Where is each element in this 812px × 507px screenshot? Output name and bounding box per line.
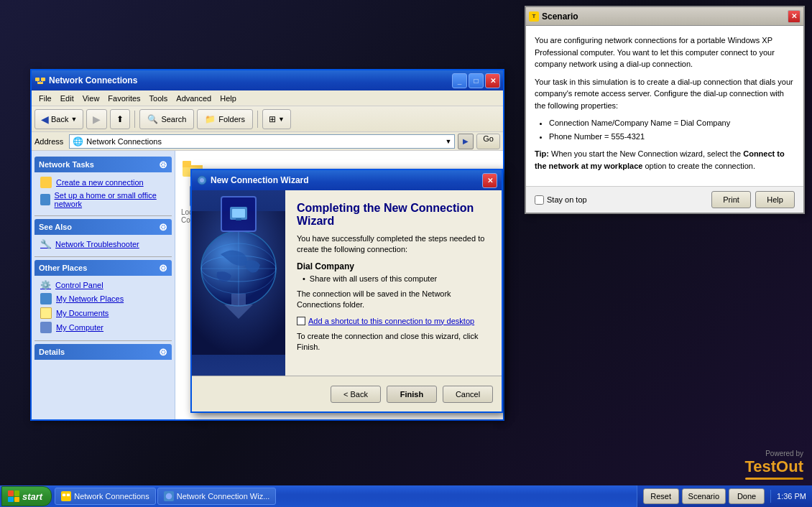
other-places-collapse-icon: ⊛ [159, 262, 167, 274]
svg-rect-22 [67, 494, 70, 496]
logo-green [14, 490, 20, 496]
details-header[interactable]: Details ⊛ [34, 344, 172, 360]
nc-addressbar: Address 🌐 Network Connections ▼ ▶ Go [32, 132, 503, 151]
taskbar-done-button[interactable]: Done [729, 488, 765, 504]
my-computer-link[interactable]: My Computer [37, 320, 169, 335]
details-collapse-icon: ⊛ [159, 346, 167, 358]
my-documents-link[interactable]: My Documents [37, 306, 169, 320]
menu-tools[interactable]: Tools [145, 93, 172, 104]
home-network-label: Set up a home or small office network [55, 191, 166, 208]
address-icon: 🌐 [73, 136, 83, 146]
network-tasks-header[interactable]: Network Tasks ⊛ [34, 157, 172, 172]
menu-advanced[interactable]: Advanced [172, 93, 216, 104]
nc-title-icon [34, 75, 46, 86]
scenario-stay-on-top-checkbox[interactable] [535, 195, 544, 205]
svg-rect-5 [40, 81, 41, 83]
forward-button[interactable]: ▶ [86, 109, 107, 129]
nc-window-controls: _ □ ✕ [452, 73, 500, 88]
taskbar-scenario-button[interactable]: Scenario [682, 488, 726, 504]
wizard-shortcut-label[interactable]: Add a shortcut to this connection to my … [308, 317, 474, 325]
svg-rect-0 [35, 78, 40, 81]
views-button[interactable]: ⊞ ▼ [262, 109, 291, 129]
home-network-icon [40, 194, 50, 205]
taskbar: start Network Connections Network [0, 485, 812, 507]
address-input[interactable]: 🌐 Network Connections ▼ [69, 134, 455, 149]
views-icon: ⊞ [269, 114, 276, 124]
menu-favorites[interactable]: Favorites [103, 93, 144, 104]
see-also-section: See Also ⊛ 🔧 Network Troubleshooter [34, 219, 172, 254]
taskbar-network-connections[interactable]: Network Connections [55, 488, 156, 505]
wizard-connection-name: Dial Company [297, 261, 490, 271]
create-new-connection-link[interactable]: Create a new connection [37, 175, 169, 190]
wizard-detail-label: Share with all users of this computer [310, 274, 437, 283]
wizard-cancel-button[interactable]: Cancel [443, 386, 493, 403]
wizard-save-text: The connection will be saved in the Netw… [297, 289, 490, 311]
network-troubleshooter-link[interactable]: 🔧 Network Troubleshooter [37, 238, 169, 251]
control-panel-link[interactable]: ⚙️ Control Panel [37, 279, 169, 292]
svg-rect-1 [41, 78, 45, 81]
home-network-link[interactable]: Set up a home or small office network [37, 190, 169, 210]
wizard-finish-button[interactable]: Finish [387, 386, 437, 403]
scenario-title-text: Scenario [542, 11, 785, 22]
see-also-content: 🔧 Network Troubleshooter [34, 235, 172, 254]
addr-go-button[interactable]: Go [476, 134, 500, 149]
addr-go-back-icon: ▶ [463, 137, 469, 145]
testout-out-text: Out [776, 457, 803, 475]
my-computer-label: My Computer [56, 323, 103, 332]
my-documents-icon [40, 307, 52, 319]
nc-close-button[interactable]: ✕ [485, 73, 500, 88]
svg-rect-8 [183, 165, 203, 167]
taskbar-sep [770, 490, 771, 503]
wizard-right-panel: Completing the New Connection Wizard You… [285, 190, 502, 376]
menu-file[interactable]: File [34, 93, 56, 104]
see-also-header[interactable]: See Also ⊛ [34, 219, 172, 235]
menu-help[interactable]: Help [216, 93, 241, 104]
my-network-places-label: My Network Places [56, 294, 124, 303]
menu-edit[interactable]: Edit [56, 93, 78, 104]
scenario-titlebar: T Scenario ✕ [526, 7, 803, 26]
taskbar-reset-button[interactable]: Reset [643, 488, 679, 504]
wizard-shortcut-checkbox[interactable] [297, 317, 305, 325]
my-documents-label: My Documents [56, 309, 109, 317]
wizard-back-button[interactable]: < Back [331, 386, 381, 403]
my-network-icon [40, 293, 52, 304]
sidebar-sep-1 [34, 215, 172, 216]
taskbar-new-connection-wizard[interactable]: Network Connection Wiz... [157, 488, 277, 505]
folders-button[interactable]: 📁 Folders [197, 109, 253, 129]
wizard-footer: < Back Finish Cancel [192, 376, 502, 411]
scenario-print-button[interactable]: Print [711, 191, 751, 208]
testout-logo: TestOut [745, 457, 804, 476]
addr-go-back-button[interactable]: ▶ [458, 134, 474, 149]
see-also-collapse-icon: ⊛ [159, 221, 167, 233]
wizard-close-button[interactable]: ✕ [482, 173, 497, 188]
addr-nav-buttons: ▶ [458, 134, 474, 149]
other-places-section: Other Places ⊛ ⚙️ Control Panel My Netwo… [34, 260, 172, 338]
control-panel-label: Control Panel [55, 281, 103, 289]
network-troubleshooter-label: Network Troubleshooter [55, 240, 139, 248]
back-arrow-icon: ◀ [41, 113, 49, 125]
back-dropdown-icon: ▼ [70, 116, 77, 123]
scenario-close-button[interactable]: ✕ [788, 10, 801, 23]
wizard-dialog: New Connection Wizard ✕ [190, 169, 503, 413]
nc-minimize-button[interactable]: _ [452, 73, 467, 88]
wizard-description: You have successfully completed the step… [297, 233, 490, 256]
testout-branding: Powered by TestOut [745, 450, 804, 480]
svg-rect-20 [236, 218, 241, 220]
back-button[interactable]: ◀ Back ▼ [34, 109, 83, 129]
start-button[interactable]: start [1, 486, 52, 506]
testout-checkmark-decoration [745, 478, 804, 480]
wizard-left-panel [192, 190, 285, 376]
search-button[interactable]: 🔍 Search [139, 109, 194, 129]
details-label: Details [39, 348, 65, 356]
address-dropdown-icon: ▼ [445, 138, 451, 145]
nc-maximize-button[interactable]: □ [469, 73, 484, 88]
logo-yellow [14, 497, 20, 503]
menu-view[interactable]: View [78, 93, 104, 104]
other-places-header[interactable]: Other Places ⊛ [34, 260, 172, 276]
my-network-places-link[interactable]: My Network Places [37, 292, 169, 306]
other-places-content: ⚙️ Control Panel My Network Places My Do… [34, 276, 172, 338]
scenario-help-button[interactable]: Help [755, 191, 795, 208]
up-button[interactable]: ⬆ [110, 109, 130, 129]
taskbar-clock: 1:36 PM [777, 492, 806, 501]
toolbar-sep-2 [257, 111, 258, 128]
